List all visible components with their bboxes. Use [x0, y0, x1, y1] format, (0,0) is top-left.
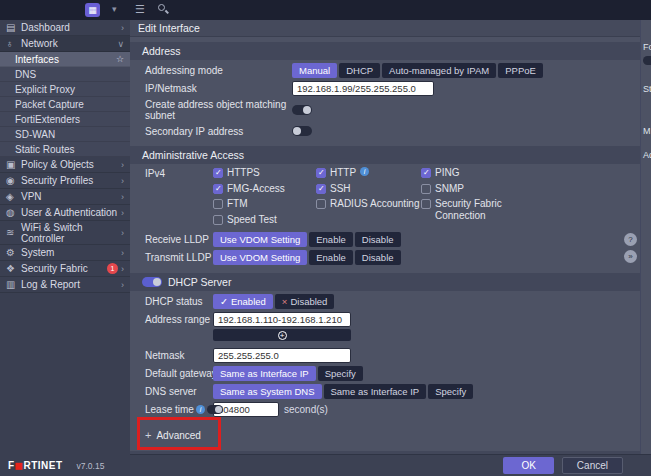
page-title: Edit Interface [130, 20, 651, 37]
mode-pppoe-button[interactable]: PPPoE [498, 63, 543, 78]
sidebar-item-log-report[interactable]: ▥ Log & Report › [0, 277, 130, 293]
dhcp-server-toggle[interactable] [142, 277, 162, 287]
plus-icon: + [278, 331, 287, 340]
speed-test-checkbox[interactable] [213, 215, 223, 225]
ping-checkbox[interactable] [421, 168, 431, 178]
sidebar-item-system[interactable]: ⚙ System › [0, 245, 130, 261]
fortigate-app: ▦ ▾ ☰ ▤ Dashboard › ♁ Network ∨ Interfac… [0, 0, 651, 476]
address-range-input[interactable] [213, 312, 351, 327]
dhcp-enabled-button[interactable]: Enabled [213, 294, 273, 309]
vpn-icon: ◈ [6, 191, 21, 202]
dns-same-as-interface-button[interactable]: Same as Interface IP [324, 384, 427, 399]
receive-lldp-label: Receive LLDP [145, 234, 213, 245]
receive-lldp-enable-button[interactable]: Enable [309, 232, 353, 247]
receive-lldp-segment: Use VDOM Setting Enable Disable [213, 232, 401, 247]
http-checkbox[interactable] [316, 168, 326, 178]
sidebar-item-security-fabric[interactable]: ❖ Security Fabric 1 › [0, 261, 130, 277]
fmg-access-checkbox[interactable] [213, 184, 223, 194]
gateway-same-as-interface-button[interactable]: Same as Interface IP [213, 366, 316, 381]
ok-button[interactable]: OK [503, 457, 553, 474]
advanced-expander-wrap: + Advanced [145, 429, 215, 441]
ssh-checkbox[interactable] [316, 184, 326, 194]
transmit-lldp-disable-button[interactable]: Disable [355, 250, 401, 265]
favorite-star-icon[interactable]: ☆ [116, 54, 124, 64]
chevron-right-icon: › [121, 228, 124, 238]
receive-lldp-vdom-button[interactable]: Use VDOM Setting [213, 232, 307, 247]
security-fabric-connection-checkbox[interactable] [421, 199, 431, 209]
collapse-float-icon[interactable]: » [624, 250, 637, 263]
mode-ipam-button[interactable]: Auto-managed by IPAM [382, 63, 496, 78]
right-panel-fragment: Ad [643, 150, 651, 160]
snmp-checkbox[interactable] [421, 184, 431, 194]
section-administrative-access: Administrative Access [130, 146, 640, 164]
cancel-button[interactable]: Cancel [562, 457, 623, 474]
ftm-checkbox[interactable] [213, 199, 223, 209]
dhcp-status-segment: Enabled Disabled [213, 294, 334, 309]
radius-accounting-checkbox[interactable] [316, 199, 326, 209]
sidebar-item-network[interactable]: ♁ Network ∨ [0, 36, 130, 52]
ip-netmask-input[interactable] [292, 81, 434, 96]
log-report-icon: ▥ [6, 279, 21, 290]
ftm-option: FTM [213, 198, 316, 210]
address-range-row: Address range [130, 312, 640, 327]
addressing-mode-row: Addressing mode Manual DHCP Auto-managed… [130, 63, 640, 78]
radius-accounting-option: RADIUS Accounting [316, 198, 421, 210]
secondary-ip-toggle[interactable] [292, 126, 312, 136]
create-address-object-toggle[interactable] [292, 105, 312, 115]
right-panel-fragment: M [643, 126, 651, 136]
main-content: Edit Interface Address Addressing mode M… [130, 20, 651, 476]
lease-time-toggle[interactable] [207, 405, 223, 414]
search-icon[interactable] [158, 4, 170, 16]
sidebar-item-explicit-proxy[interactable]: Explicit Proxy [0, 82, 130, 97]
transmit-lldp-vdom-button[interactable]: Use VDOM Setting [213, 250, 307, 265]
chevron-down-icon: ∨ [117, 39, 124, 49]
transmit-lldp-enable-button[interactable]: Enable [309, 250, 353, 265]
sidebar-item-wifi-switch-controller[interactable]: ≋ WiFi & Switch Controller › [0, 221, 130, 245]
gateway-specify-button[interactable]: Specify [318, 366, 363, 381]
vdom-caret-icon[interactable]: ▾ [112, 4, 117, 14]
sidebar-item-packet-capture[interactable]: Packet Capture [0, 97, 130, 112]
notification-badge: 1 [107, 263, 118, 274]
fmg-access-option: FMG-Access [213, 183, 316, 195]
sidebar-item-policy-objects[interactable]: ▣ Policy & Objects › [0, 157, 130, 173]
addressing-mode-label: Addressing mode [145, 65, 292, 76]
sidebar-item-sd-wan[interactable]: SD-WAN [0, 127, 130, 142]
ipv4-access-grid: HTTPS FMG-Access FTM Speed Test HTTP SSH… [213, 167, 546, 229]
sidebar-item-vpn[interactable]: ◈ VPN › [0, 189, 130, 205]
ping-option: PING [421, 167, 546, 179]
ipv4-access-row: IPv4 HTTPS FMG-Access FTM Speed Test HTT… [130, 167, 640, 229]
default-gateway-segment: Same as Interface IP Specify [213, 366, 363, 381]
https-checkbox[interactable] [213, 168, 223, 178]
sidebar-item-dashboard[interactable]: ▤ Dashboard › [0, 20, 130, 36]
lease-time-info-icon[interactable] [196, 405, 205, 414]
addressing-mode-segment: Manual DHCP Auto-managed by IPAM PPPoE [292, 63, 543, 78]
sidebar-item-user-authentication[interactable]: ◍ User & Authentication › [0, 205, 130, 221]
dhcp-disabled-button[interactable]: Disabled [275, 294, 335, 309]
wifi-icon: ≋ [6, 227, 21, 238]
netmask-input[interactable] [213, 348, 351, 363]
receive-lldp-row: Receive LLDP Use VDOM Setting Enable Dis… [130, 232, 640, 247]
form-footer: OK Cancel [130, 454, 651, 476]
add-address-range-button[interactable]: + [213, 329, 351, 341]
sidebar-item-interfaces[interactable]: Interfaces ☆ [0, 52, 130, 67]
right-panel-toggle[interactable] [643, 56, 651, 65]
right-panel-cutoff: Fo St M Ad [640, 20, 651, 454]
advanced-expander[interactable]: + Advanced [145, 429, 215, 441]
mode-dhcp-button[interactable]: DHCP [339, 63, 380, 78]
mode-manual-button[interactable]: Manual [292, 63, 337, 78]
gear-icon: ⚙ [6, 247, 21, 258]
receive-lldp-disable-button[interactable]: Disable [355, 232, 401, 247]
dns-specify-button[interactable]: Specify [428, 384, 473, 399]
fortigate-logo-icon[interactable]: ▦ [85, 3, 100, 17]
sidebar-item-static-routes[interactable]: Static Routes [0, 142, 130, 157]
create-address-object-row: Create address object matching subnet [130, 99, 640, 121]
sidebar-item-dns[interactable]: DNS [0, 67, 130, 82]
sidebar-item-security-profiles[interactable]: ◉ Security Profiles › [0, 173, 130, 189]
lease-time-suffix: second(s) [284, 404, 328, 415]
top-bar: ▦ ▾ ☰ [0, 0, 651, 20]
help-float-icon[interactable]: ? [624, 233, 637, 246]
http-info-icon[interactable] [360, 167, 369, 176]
menu-hamburger-icon[interactable]: ☰ [135, 3, 145, 16]
sidebar-item-fortiextenders[interactable]: FortiExtenders [0, 112, 130, 127]
dns-same-as-system-button[interactable]: Same as System DNS [213, 384, 322, 399]
